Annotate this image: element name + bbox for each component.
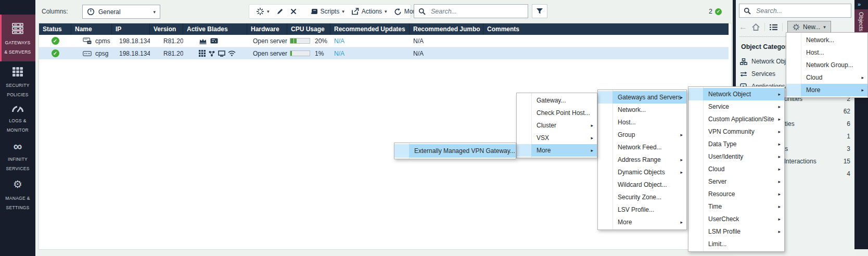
sidebar-item-infinity-services[interactable]: ∞ INFINITY SERVICES — [0, 142, 35, 174]
gateway-count: 2 — [709, 8, 712, 15]
menu-item-more[interactable]: More▸ — [786, 84, 867, 96]
menu-item-externally-managed-vpn-gateway[interactable]: Externally Managed VPN Gateway... — [394, 144, 516, 158]
menu-item-cloud[interactable]: Cloud▸ — [786, 71, 867, 84]
menu-item-data-type[interactable]: Data Type▸ — [688, 138, 784, 150]
column-header-hardware[interactable]: Hardware — [247, 23, 287, 35]
menu-item-service[interactable]: Service▸ — [688, 100, 784, 113]
table-row-cpsg[interactable]: ✓ cpsg 198.18.134.32 R81.20 — [39, 47, 729, 59]
services-arrows-icon — [740, 71, 751, 77]
search-input[interactable] — [430, 7, 524, 16]
status-cell: ✓ — [39, 49, 71, 57]
tab-objects[interactable]: Objects — [854, 9, 868, 34]
sidebar-item-security-policies[interactable]: SECURITY POLICIES — [0, 67, 35, 99]
menu-item-time[interactable]: Time▸ — [688, 200, 784, 213]
blade-card-icon — [210, 38, 218, 44]
menu-item-more[interactable]: More▸ — [517, 144, 597, 157]
cpu-usage-value: 1% — [315, 50, 324, 57]
menu-item-address-range[interactable]: Address Range▸ — [598, 153, 686, 166]
column-header-recommended-updates[interactable]: Recommended Updates — [330, 23, 410, 35]
sidebar-item-gateways-servers[interactable]: GATEWAYS & SERVERS — [0, 15, 35, 61]
submenu-arrow-icon: ▸ — [778, 104, 781, 109]
submenu-arrow-icon: ▸ — [778, 92, 781, 97]
menu-item-network-feed[interactable]: Network Feed... — [598, 141, 686, 153]
status-ok-icon: ✓ — [715, 8, 722, 15]
recommended-updates-cell[interactable]: N/A — [330, 50, 410, 57]
objects-search-input[interactable] — [755, 7, 847, 15]
infinity-icon: ∞ — [0, 142, 35, 151]
submenu-arrow-icon: ▸ — [778, 179, 781, 184]
filter-button[interactable] — [532, 4, 547, 18]
sidebar-item-label: SECURITY POLICIES — [6, 83, 29, 97]
column-header-cpu-usage[interactable]: CPU Usage — [287, 23, 330, 35]
sidebar-item-manage-settings[interactable]: ⚙ MANAGE & SETTINGS — [0, 179, 35, 213]
menu-item-lsm-profile[interactable]: LSM Profile▸ — [688, 225, 784, 238]
cpu-usage-cell: 20% — [287, 37, 330, 45]
menu-item-vpn-community[interactable]: VPN Community▸ — [688, 125, 784, 138]
column-header-name[interactable]: Name — [71, 23, 112, 35]
gateway-device-icon — [83, 51, 92, 56]
menu-item-limit[interactable]: Limit... — [688, 238, 784, 250]
menu-item-user-identity[interactable]: User/Identity▸ — [688, 150, 784, 163]
edit-button[interactable] — [276, 8, 284, 15]
objects-search[interactable] — [739, 4, 851, 18]
menu-item-custom-application-site[interactable]: Custom Application/Site▸ — [688, 113, 784, 125]
column-header-recommended-jumbo[interactable]: Recommended Jumbo — [410, 23, 483, 35]
menu-item-network-object[interactable]: Network Object▸ — [688, 88, 784, 100]
new-object-menu: Network... Host... Network Group... Clou… — [786, 32, 868, 98]
status-ok-icon: ✓ — [52, 37, 59, 45]
table-row-cpms[interactable]: ✓ cpms 198.18.134.31 R81.20 Open server — [39, 35, 729, 47]
list-view-icon[interactable] — [770, 24, 777, 31]
scripts-button[interactable]: Scripts ▾ — [310, 8, 344, 15]
menu-item-gateways-and-servers[interactable]: Gateways and Servers▸ — [598, 91, 686, 104]
delete-button[interactable] — [290, 8, 297, 15]
menu-item-wildcard-object[interactable]: Wildcard Object... — [598, 178, 686, 191]
menu-item-check-point-host[interactable]: Check Point Host... — [517, 107, 597, 119]
smartconsole-window: GATEWAYS & SERVERS SECURITY POLICIES LOG… — [0, 0, 868, 256]
main-toolbar: ▾ Scripts ▾ Actions ▾ — [249, 4, 411, 19]
submenu-arrow-icon: ▸ — [778, 216, 781, 222]
recommended-jumbo-cell: N/A — [410, 37, 483, 45]
menu-item-network[interactable]: Network... — [598, 104, 686, 116]
menu-item-network[interactable]: Network... — [786, 34, 867, 46]
menu-item-more[interactable]: More▸ — [598, 216, 686, 228]
menu-item-usercheck[interactable]: UserCheck▸ — [688, 213, 784, 225]
menu-item-cloud[interactable]: Cloud▸ — [688, 163, 784, 175]
expand-panel-icon[interactable]: » — [858, 1, 860, 7]
menu-item-vsx[interactable]: VSX▸ — [517, 132, 597, 144]
main-search[interactable] — [414, 4, 528, 18]
menu-item-cluster[interactable]: Cluster▸ — [517, 119, 597, 132]
columns-label: Columns: — [42, 8, 68, 15]
recommended-updates-cell[interactable]: N/A — [330, 37, 410, 45]
scripts-label: Scripts — [321, 8, 340, 15]
actions-button[interactable]: Actions ▾ — [351, 8, 387, 15]
columns-profile-dropdown[interactable]: General ▾ — [82, 5, 160, 19]
version-cell: R81.20 — [150, 37, 183, 45]
toolbar-separator — [764, 23, 765, 31]
new-object-button[interactable]: ▾ — [256, 7, 270, 16]
menu-item-security-zone[interactable]: Security Zone... — [598, 191, 686, 203]
menu-item-host[interactable]: Host... — [598, 116, 686, 129]
chevron-down-icon: ▾ — [342, 9, 344, 14]
submenu-arrow-icon: ▸ — [778, 204, 781, 209]
menu-item-server[interactable]: Server▸ — [688, 175, 784, 188]
search-icon — [744, 7, 751, 15]
toolbar-separator — [782, 23, 783, 31]
menu-item-resource[interactable]: Resource▸ — [688, 188, 784, 200]
menu-item-group[interactable]: Group▸ — [598, 129, 686, 141]
column-header-version[interactable]: Version — [150, 23, 183, 35]
column-header-status[interactable]: Status — [39, 23, 71, 35]
new-object-menu-button[interactable]: New... ▾ — [787, 21, 831, 34]
column-header-comments[interactable]: Comments — [483, 23, 729, 35]
menu-item-network-group[interactable]: Network Group... — [786, 59, 867, 71]
back-arrow-icon[interactable]: ← — [739, 22, 747, 32]
menu-item-gateway[interactable]: Gateway... — [517, 94, 597, 107]
ip-cell: 198.18.134.31 — [112, 37, 150, 45]
menu-item-lsv-profile[interactable]: LSV Profile... — [598, 203, 686, 216]
menu-item-dynamic-objects[interactable]: Dynamic Objects▸ — [598, 166, 686, 178]
sidebar-item-logs-monitor[interactable]: LOGS & MONITOR — [0, 105, 35, 137]
home-icon[interactable] — [752, 23, 760, 31]
crown-blade-icon — [199, 38, 207, 44]
column-header-active-blades[interactable]: Active Blades — [183, 23, 247, 35]
menu-item-host[interactable]: Host... — [786, 46, 867, 59]
column-header-ip[interactable]: IP — [112, 23, 150, 35]
